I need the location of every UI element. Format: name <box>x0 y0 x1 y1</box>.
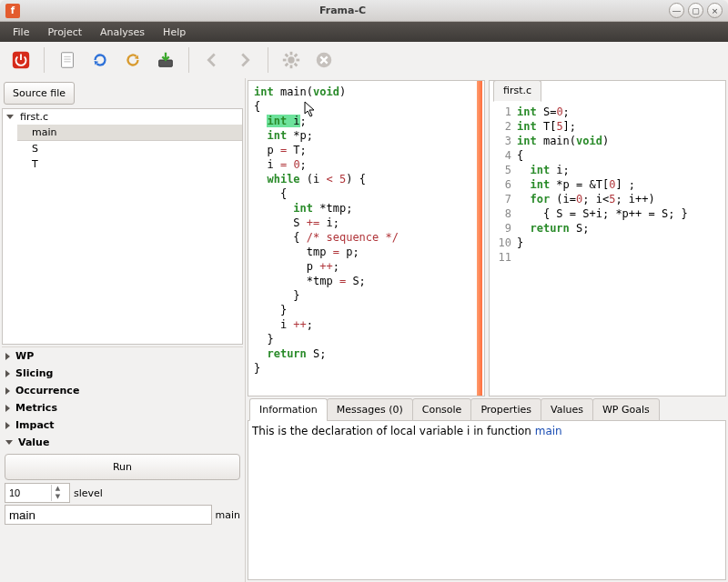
new-file-icon[interactable] <box>52 45 83 75</box>
svg-line-14 <box>295 55 298 57</box>
tab-information[interactable]: Information <box>249 398 328 421</box>
svg-line-11 <box>286 55 288 57</box>
bottom-tabs: Information Messages (0) Console Propert… <box>248 398 726 421</box>
tab-properties[interactable]: Properties <box>470 398 541 421</box>
original-code-pane[interactable]: first.c1int S=0; 2int T[5]; 3int main(vo… <box>489 80 726 396</box>
menu-project[interactable]: Project <box>38 24 91 41</box>
chevron-down-icon <box>5 440 13 445</box>
chevron-right-icon <box>5 422 10 429</box>
tree-item-s[interactable]: S <box>17 141 242 156</box>
svg-point-6 <box>288 56 294 63</box>
information-box: This is the declaration of local variabl… <box>248 421 726 580</box>
stop-icon[interactable] <box>308 45 339 75</box>
slevel-label: slevel <box>74 487 103 499</box>
power-icon[interactable] <box>5 45 36 75</box>
main-label: main <box>216 509 240 521</box>
tab-wp-goals[interactable]: WP Goals <box>592 398 660 421</box>
tab-messages[interactable]: Messages (0) <box>327 398 413 421</box>
svg-line-13 <box>286 64 288 66</box>
plugin-occurrence[interactable]: Occurrence <box>2 382 243 399</box>
svg-rect-1 <box>62 53 74 68</box>
source-file-button[interactable]: Source file <box>4 82 75 105</box>
tree-item-label: T <box>32 158 38 170</box>
bottom-panel: Information Messages (0) Console Propert… <box>248 398 726 580</box>
gear-icon[interactable] <box>276 45 307 75</box>
plugin-slicing[interactable]: Slicing <box>2 365 243 382</box>
plugin-value[interactable]: Value <box>2 434 243 451</box>
toolbar <box>0 42 728 78</box>
tree-item-t[interactable]: T <box>17 156 242 172</box>
info-text: This is the declaration of local variabl… <box>252 425 535 437</box>
normalized-code-pane[interactable]: int main(void) { int i; int *p; p = T; i… <box>248 80 485 396</box>
reload-icon[interactable] <box>117 45 148 75</box>
save-icon[interactable] <box>150 45 181 75</box>
step-down-icon[interactable]: ▼ <box>51 493 64 501</box>
tab-console[interactable]: Console <box>412 398 472 421</box>
close-button[interactable]: × <box>707 3 723 18</box>
tree-file-label: first.c <box>20 111 48 123</box>
slevel-input[interactable]: ▲▼ <box>5 483 70 503</box>
menu-help[interactable]: Help <box>154 24 195 41</box>
step-up-icon[interactable]: ▲ <box>51 485 64 493</box>
titlebar: f Frama-C ― ▢ × <box>0 0 728 22</box>
tree-file[interactable]: first.c <box>3 109 242 125</box>
pane-gutter <box>477 81 482 396</box>
plugin-impact[interactable]: Impact <box>2 416 243 434</box>
tree-item-label: main <box>32 126 56 138</box>
menubar: File Project Analyses Help <box>0 22 728 42</box>
left-panel: Source file first.c main S T WP Slicing … <box>0 78 246 582</box>
right-panel: int main(void) { int i; int *p; p = T; i… <box>246 78 728 582</box>
maximize-button[interactable]: ▢ <box>688 3 703 18</box>
chevron-down-icon <box>6 115 14 119</box>
plugins-panel: WP Slicing Occurrence Metrics Impact Val… <box>2 346 243 527</box>
menu-analyses[interactable]: Analyses <box>91 24 154 41</box>
app-icon: f <box>5 4 20 18</box>
nav-forward-icon[interactable] <box>229 45 260 75</box>
tree-item-label: S <box>32 143 38 155</box>
source-tab[interactable]: first.c <box>493 80 541 102</box>
main-input[interactable] <box>5 505 212 525</box>
chevron-right-icon <box>5 405 10 412</box>
mouse-cursor-icon <box>304 101 320 117</box>
svg-line-12 <box>295 64 298 66</box>
tab-values[interactable]: Values <box>541 398 593 421</box>
plugin-wp[interactable]: WP <box>2 347 243 365</box>
nav-back-icon[interactable] <box>197 45 228 75</box>
window-title: Frama-C <box>20 5 665 16</box>
chevron-right-icon <box>5 353 10 360</box>
refresh-icon[interactable] <box>85 45 116 75</box>
minimize-button[interactable]: ― <box>669 3 684 18</box>
source-tree[interactable]: first.c main S T <box>2 108 243 345</box>
info-link-main[interactable]: main <box>535 425 562 437</box>
chevron-right-icon <box>5 387 10 395</box>
plugin-metrics[interactable]: Metrics <box>2 399 243 416</box>
chevron-right-icon <box>5 370 10 377</box>
tree-item-main[interactable]: main <box>17 125 242 141</box>
run-button[interactable]: Run <box>5 454 240 480</box>
menu-file[interactable]: File <box>4 24 38 41</box>
